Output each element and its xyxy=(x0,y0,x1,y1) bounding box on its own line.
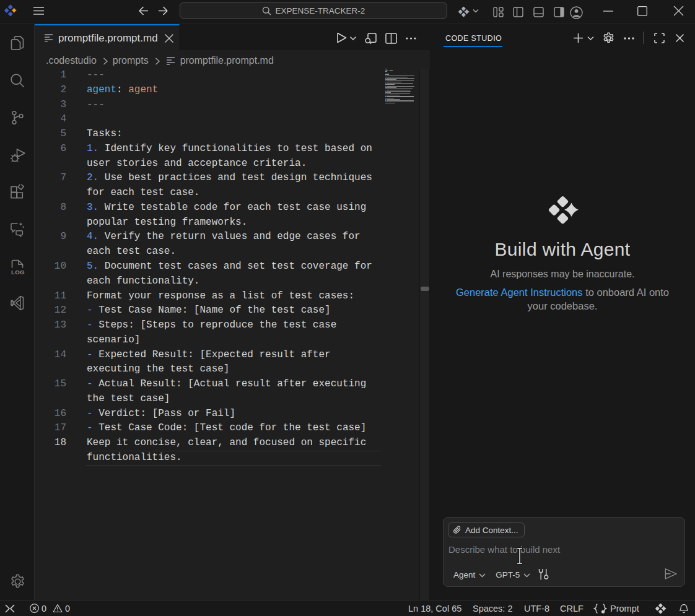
svg-text:LOG: LOG xyxy=(11,269,25,274)
